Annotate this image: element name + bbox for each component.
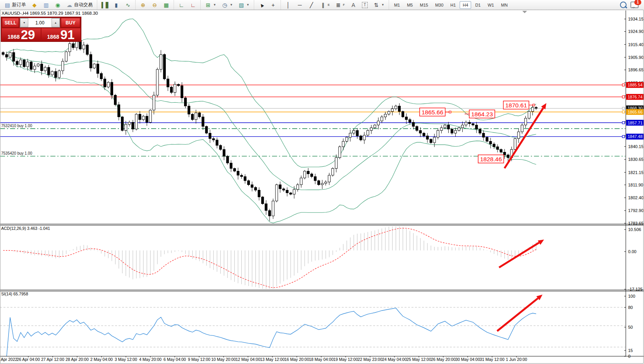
chart-window: 7532410 buy 1.007535420 buy 1.001865.661… bbox=[0, 10, 644, 364]
buy-price-big-figure: 1868 bbox=[47, 33, 59, 40]
new-chart-button[interactable]: ⊞▼ bbox=[203, 1, 219, 9]
buy-price-pips: 91 bbox=[60, 29, 75, 40]
timeframe-m5-button[interactable]: M5 bbox=[404, 1, 416, 9]
chart-shift-button[interactable]: ∟ bbox=[188, 1, 198, 9]
market-watch-button[interactable]: ▥ bbox=[41, 1, 52, 9]
svg-text:80: 80 bbox=[628, 305, 633, 310]
trendline-button[interactable]: ╱ bbox=[306, 1, 317, 9]
buy-button[interactable]: BUY bbox=[61, 18, 80, 28]
price-callout: 1828.46 bbox=[478, 155, 504, 163]
new-order-button[interactable]: ▤新订单 bbox=[2, 0, 28, 9]
crosshair-icon: + bbox=[270, 2, 276, 8]
chat-icon[interactable]: 1 bbox=[630, 2, 639, 8]
svg-text:1840.15: 1840.15 bbox=[628, 144, 644, 149]
svg-text:1915.40: 1915.40 bbox=[628, 42, 644, 47]
svg-text:10.506: 10.506 bbox=[628, 227, 641, 232]
autotrading-button[interactable]: ☁自动交易 bbox=[64, 0, 95, 9]
toolbar-group: ∟∟ bbox=[174, 0, 200, 10]
dropdown-caret-icon[interactable]: ▼ bbox=[246, 3, 250, 7]
sell-price-display[interactable]: 1868 29 bbox=[2, 28, 41, 41]
volume-increase-button[interactable]: ▲ bbox=[52, 18, 60, 27]
horizontal-line-icon: ─ bbox=[297, 2, 303, 8]
line-chart-button[interactable]: ∿ bbox=[122, 1, 133, 9]
zoom-in-button[interactable]: ⊕ bbox=[138, 1, 148, 9]
timeframe-m30-button[interactable]: M30 bbox=[432, 1, 446, 9]
timeframe-w1-button[interactable]: W1 bbox=[484, 1, 497, 9]
toolbar-group: │─╱∥E≣FAT⇅▼ bbox=[281, 0, 389, 10]
svg-text:7535420 buy 1.00: 7535420 buy 1.00 bbox=[1, 151, 33, 155]
candlestick-chart-button[interactable]: ▮ bbox=[111, 1, 122, 9]
tile-windows-button[interactable]: ▦ bbox=[161, 1, 172, 9]
timeframe-h4-button[interactable]: H4 bbox=[460, 1, 471, 9]
crosshair-button[interactable]: + bbox=[268, 1, 279, 9]
toolbar-group: ▤新订单◆▥◉☁自动交易 bbox=[0, 0, 97, 10]
timeframe-d1-button[interactable]: D1 bbox=[472, 1, 484, 9]
svg-text:1870.61: 1870.61 bbox=[505, 102, 527, 109]
timeframe-mn-button[interactable]: MN bbox=[498, 1, 511, 9]
svg-text:3 May 12:00: 3 May 12:00 bbox=[115, 357, 137, 362]
dropdown-caret-icon[interactable]: ▼ bbox=[381, 3, 384, 7]
bar-chart-button[interactable]: ▍▋ bbox=[99, 1, 110, 9]
svg-text:2 May 04:00: 2 May 04:00 bbox=[90, 357, 113, 362]
period-button[interactable]: ◷▼ bbox=[219, 1, 235, 9]
svg-text:22 May 23:00: 22 May 23:00 bbox=[358, 357, 382, 362]
zoom-out-button[interactable]: ⊖ bbox=[149, 1, 160, 9]
timeframe-group: M1M5M15M30H1H4D1W1MN bbox=[389, 0, 513, 10]
gold-tool-icon: ◆ bbox=[31, 2, 38, 8]
signal-button[interactable]: ◉ bbox=[52, 1, 63, 9]
svg-text:28 Apr 20:00: 28 Apr 20:00 bbox=[65, 357, 89, 362]
timeframe-m1-button[interactable]: M1 bbox=[391, 1, 403, 9]
cursor-icon: ▲ bbox=[257, 1, 265, 9]
cursor-button[interactable]: ▲ bbox=[256, 1, 267, 9]
text-button[interactable]: A bbox=[348, 1, 359, 9]
toolbar-group: ▍▋▮∿ bbox=[97, 0, 135, 10]
sell-price-big-figure: 1868 bbox=[8, 33, 20, 40]
timeframe-h1-button[interactable]: H1 bbox=[447, 1, 459, 9]
auto-scroll-button[interactable]: ∟ bbox=[176, 1, 187, 9]
svg-text:1792.90: 1792.90 bbox=[628, 208, 644, 213]
search-icon[interactable] bbox=[620, 2, 627, 8]
sell-button[interactable]: SELL bbox=[2, 18, 19, 28]
new-order-icon: ▤ bbox=[4, 2, 10, 8]
arrows-tool-button[interactable]: ⇅▼ bbox=[371, 1, 387, 9]
arrows-tool-icon: ⇅ bbox=[373, 2, 379, 8]
one-click-trading-panel: SELL ▼ ▲ BUY 1868 29 1868 91 bbox=[1, 17, 81, 42]
svg-text:18 May 04:00: 18 May 04:00 bbox=[309, 357, 334, 362]
svg-text:9 May 12:00: 9 May 12:00 bbox=[188, 357, 210, 362]
svg-text:1865.66: 1865.66 bbox=[422, 109, 443, 116]
gold-tool-button[interactable]: ◆ bbox=[29, 1, 40, 9]
line-chart-icon: ∿ bbox=[125, 2, 131, 8]
candlestick-chart-icon: ▮ bbox=[113, 2, 119, 8]
label-button[interactable]: T bbox=[360, 1, 370, 9]
volume-decrease-button[interactable]: ▼ bbox=[20, 18, 28, 27]
chart-canvas[interactable]: 7532410 buy 1.007535420 buy 1.001865.661… bbox=[0, 10, 644, 364]
fibonacci-button[interactable]: ≣F bbox=[333, 1, 347, 9]
chart-shift-icon: ∟ bbox=[190, 2, 196, 8]
svg-text:26 Apr 04:00: 26 Apr 04:00 bbox=[17, 357, 40, 362]
trendline-icon: ╱ bbox=[308, 2, 315, 8]
dropdown-caret-icon[interactable]: ▼ bbox=[213, 3, 216, 7]
market-watch-icon: ▥ bbox=[43, 2, 49, 8]
new_order-label: 新订单 bbox=[12, 2, 26, 8]
vertical-line-button[interactable]: │ bbox=[283, 1, 294, 9]
svg-text:4 May 20:00: 4 May 20:00 bbox=[139, 357, 162, 362]
svg-text:24 May 04:00: 24 May 04:00 bbox=[382, 357, 407, 362]
template-button[interactable]: ▧▼ bbox=[236, 1, 252, 9]
main-toolbar: ▤新订单◆▥◉☁自动交易▍▋▮∿⊕⊖▦∟∟⊞▼◷▼▧▼▲+│─╱∥E≣FAT⇅▼… bbox=[0, 0, 644, 10]
dropdown-caret-icon[interactable]: ▼ bbox=[230, 3, 233, 7]
zoom-out-icon: ⊖ bbox=[152, 2, 158, 8]
label-icon: T bbox=[362, 2, 368, 8]
horizontal-line-button[interactable]: ─ bbox=[294, 1, 305, 9]
svg-text:1924.90: 1924.90 bbox=[628, 29, 644, 34]
svg-text:30 May 04:00: 30 May 04:00 bbox=[455, 357, 480, 362]
svg-text:1864.23: 1864.23 bbox=[471, 111, 493, 117]
buy-price-display[interactable]: 1868 91 bbox=[41, 28, 80, 41]
timeframe-m15-button[interactable]: M15 bbox=[417, 1, 431, 9]
zoom-in-icon: ⊕ bbox=[140, 2, 146, 8]
svg-text:19 May 12:00: 19 May 12:00 bbox=[333, 357, 358, 362]
channel-icon: ∥ bbox=[320, 2, 326, 8]
channel-button[interactable]: ∥E bbox=[318, 1, 332, 9]
volume-input[interactable] bbox=[28, 18, 52, 27]
svg-text:7532410 buy 1.00: 7532410 buy 1.00 bbox=[1, 124, 33, 128]
auto-scroll-icon: ∟ bbox=[178, 2, 184, 8]
